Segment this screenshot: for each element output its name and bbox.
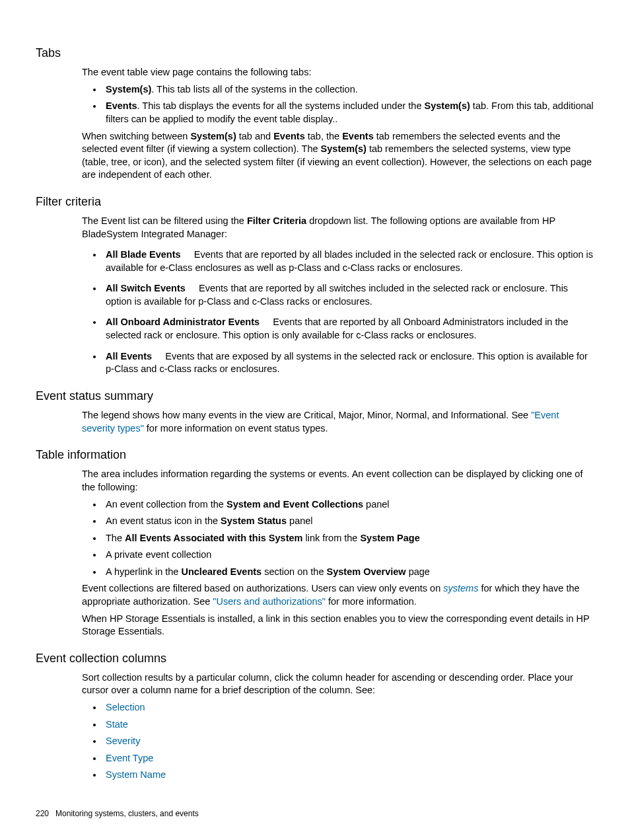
list-item: An event status icon in the System Statu… xyxy=(103,515,594,528)
page-number: 220 xyxy=(36,809,49,818)
ess-paragraph: The legend shows how many events in the … xyxy=(82,409,594,435)
tinfo-intro: The area includes information regarding … xyxy=(82,468,594,494)
link-event-type[interactable]: Event Type xyxy=(106,753,153,763)
tabs-intro: The event table view page contains the f… xyxy=(82,66,594,79)
link-systems[interactable]: systems xyxy=(443,583,478,593)
list-item: A private event collection xyxy=(103,549,594,562)
heading-event-collection-columns: Event collection columns xyxy=(36,650,594,666)
link-system-name[interactable]: System Name xyxy=(106,769,166,780)
filter-intro: The Event list can be filtered using the… xyxy=(82,215,594,241)
link-users-authorizations[interactable]: "Users and authorizations" xyxy=(213,596,326,607)
footer-title: Monitoring systems, clusters, and events xyxy=(55,809,199,818)
tinfo-storage-essentials: When HP Storage Essentials is installed,… xyxy=(82,613,594,638)
list-item: All Onboard Administrator Events Events … xyxy=(103,316,594,342)
list-item: The All Events Associated with this Syst… xyxy=(103,532,594,545)
list-item: Events. This tab displays the events for… xyxy=(103,100,594,126)
tabs-switching-paragraph: When switching between System(s) tab and… xyxy=(82,130,594,182)
heading-filter-criteria: Filter criteria xyxy=(36,194,594,210)
list-item: Event Type xyxy=(103,752,594,765)
heading-event-status-summary: Event status summary xyxy=(36,388,594,404)
list-item: Severity xyxy=(103,735,594,748)
ecc-intro: Sort collection results by a particular … xyxy=(82,671,594,697)
list-item: System Name xyxy=(103,769,594,782)
heading-table-information: Table information xyxy=(36,447,594,463)
list-item: All Blade Events Events that are reporte… xyxy=(103,248,594,274)
list-item: State xyxy=(103,718,594,732)
tinfo-authorizations: Event collections are filtered based on … xyxy=(82,582,594,608)
list-item: An event collection from the System and … xyxy=(103,498,594,512)
link-selection[interactable]: Selection xyxy=(106,702,145,712)
link-severity[interactable]: Severity xyxy=(106,736,140,746)
list-item: Selection xyxy=(103,701,594,714)
list-item: All Switch Events Events that are report… xyxy=(103,282,594,308)
list-item: System(s). This tab lists all of the sys… xyxy=(103,83,594,96)
list-item: All Events Events that are exposed by al… xyxy=(103,350,594,376)
heading-tabs: Tabs xyxy=(36,45,594,61)
list-item: A hyperlink in the Uncleared Events sect… xyxy=(103,566,594,579)
page-footer: 220 Monitoring systems, clusters, and ev… xyxy=(36,808,594,819)
link-state[interactable]: State xyxy=(106,719,128,730)
